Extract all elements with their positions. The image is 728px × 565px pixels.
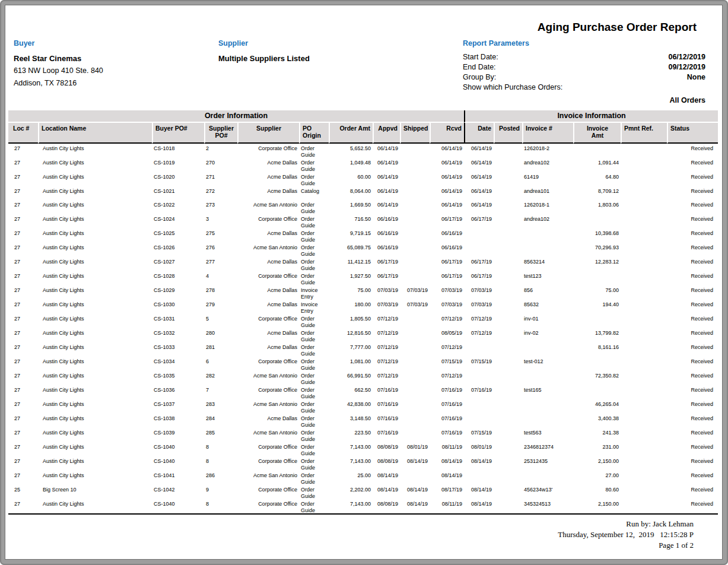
table-row: 27Austin City LightsCS-1020271Acme Dalla… bbox=[8, 172, 718, 186]
cell-supplier: Acme San Antonio bbox=[237, 200, 299, 214]
cell-posted bbox=[494, 158, 522, 172]
cell-appvd: 07/12/19 bbox=[373, 371, 400, 385]
col-header-date: Date bbox=[464, 123, 494, 144]
table-row: 27Austin City LightsCS-1026276Acme San A… bbox=[8, 243, 718, 257]
cell-invoice-amt bbox=[573, 214, 621, 228]
purchase-order-table: Order Information Invoice Information Lo… bbox=[8, 110, 718, 515]
cell-loc: 27 bbox=[8, 471, 38, 485]
cell-invoice-amt: 3,400.38 bbox=[573, 414, 621, 428]
report-footer: Run by: Jack Lehman Thursday, September … bbox=[5, 519, 722, 551]
cell-buyer-po: CS-1026 bbox=[152, 243, 204, 257]
cell-pmnt-ref bbox=[621, 499, 667, 515]
table-row: 27Austin City LightsCS-10346Corporate Of… bbox=[8, 357, 718, 371]
cell-invoice-amt: 231.00 bbox=[573, 442, 621, 456]
cell-posted bbox=[494, 328, 522, 342]
cell-date: 06/17/19 bbox=[464, 214, 494, 228]
cell-posted bbox=[494, 243, 522, 257]
cell-buyer-po: CS-1018 bbox=[152, 144, 204, 158]
cell-shipped bbox=[400, 328, 430, 342]
cell-buyer-po: CS-1029 bbox=[152, 285, 204, 300]
cell-invoice-amt: 8,161.16 bbox=[573, 342, 621, 357]
cell-buyer-po: CS-1039 bbox=[152, 428, 204, 442]
cell-order-amt: 42,838.00 bbox=[329, 399, 373, 414]
cell-appvd: 06/16/19 bbox=[373, 243, 400, 257]
cell-status: Received bbox=[667, 186, 718, 200]
cell-invoice-num: inv-02 bbox=[522, 328, 573, 342]
cell-date: 07/15/19 bbox=[464, 428, 494, 442]
param-row-group-by: Group By: None bbox=[463, 72, 705, 82]
cell-supplier: Corporate Office bbox=[237, 314, 299, 328]
cell-rcvd: 07/03/19 bbox=[430, 285, 464, 300]
cell-posted bbox=[494, 414, 522, 428]
cell-location-name: Austin City Lights bbox=[38, 414, 152, 428]
cell-status: Received bbox=[667, 172, 718, 186]
cell-po-origin: Invoice Entry bbox=[299, 285, 329, 300]
cell-invoice-num: test123 bbox=[522, 271, 573, 285]
cell-location-name: Austin City Lights bbox=[38, 271, 152, 285]
col-header-loc: Loc # bbox=[8, 123, 38, 144]
cell-posted bbox=[494, 144, 522, 158]
cell-order-amt: 9,719.15 bbox=[329, 228, 373, 243]
supplier-section: Supplier Multiple Suppliers Listed bbox=[218, 39, 463, 106]
cell-pmnt-ref bbox=[621, 414, 667, 428]
cell-rcvd: 07/12/19 bbox=[430, 371, 464, 385]
cell-rcvd: 06/17/19 bbox=[430, 214, 464, 228]
cell-po-origin: Order Guide bbox=[299, 214, 329, 228]
cell-date: 07/16/19 bbox=[464, 385, 494, 399]
param-row-start-date: Start Date: 06/12/2019 bbox=[463, 52, 705, 62]
cell-buyer-po: CS-1031 bbox=[152, 314, 204, 328]
cell-shipped bbox=[400, 214, 430, 228]
param-all-orders-value: All Orders bbox=[463, 96, 705, 106]
cell-posted bbox=[494, 456, 522, 471]
cell-date: 08/14/19 bbox=[464, 485, 494, 499]
cell-buyer-po: CS-1041 bbox=[152, 471, 204, 485]
cell-rcvd: 08/11/19 bbox=[430, 499, 464, 515]
cell-pmnt-ref bbox=[621, 371, 667, 385]
cell-rcvd: 07/16/19 bbox=[430, 385, 464, 399]
table-row: 27Austin City LightsCS-1019270Acme Dalla… bbox=[8, 158, 718, 172]
cell-shipped bbox=[400, 172, 430, 186]
cell-supplier-po: 6 bbox=[204, 357, 237, 371]
cell-po-origin: Order Guide bbox=[299, 371, 329, 385]
cell-pmnt-ref bbox=[621, 357, 667, 371]
cell-rcvd: 07/03/19 bbox=[430, 300, 464, 314]
table-row: 27Austin City LightsCS-1025275Acme Dalla… bbox=[8, 228, 718, 243]
cell-rcvd: 07/12/19 bbox=[430, 342, 464, 357]
cell-appvd: 07/12/19 bbox=[373, 342, 400, 357]
cell-rcvd: 06/14/19 bbox=[430, 172, 464, 186]
cell-po-origin: Catalog bbox=[299, 186, 329, 200]
cell-supplier: Acme San Antonio bbox=[237, 243, 299, 257]
cell-buyer-po: CS-1033 bbox=[152, 342, 204, 357]
cell-pmnt-ref bbox=[621, 442, 667, 456]
cell-order-amt: 8,064.00 bbox=[329, 186, 373, 200]
cell-invoice-amt: 1,091.44 bbox=[573, 158, 621, 172]
cell-buyer-po: CS-1020 bbox=[152, 172, 204, 186]
cell-invoice-amt: 2,150.00 bbox=[573, 499, 621, 515]
col-header-posted: Posted bbox=[494, 123, 522, 144]
cell-supplier: Acme Dallas bbox=[237, 285, 299, 300]
cell-pmnt-ref bbox=[621, 172, 667, 186]
cell-appvd: 07/12/19 bbox=[373, 314, 400, 328]
footer-datetime: Thursday, September 12, 2019 12:15:28 P bbox=[5, 529, 694, 540]
cell-shipped bbox=[400, 471, 430, 485]
cell-buyer-po: CS-1028 bbox=[152, 271, 204, 285]
cell-supplier-po: 277 bbox=[204, 257, 237, 271]
table-row: 27Austin City LightsCS-10367Corporate Of… bbox=[8, 385, 718, 399]
cell-buyer-po: CS-1022 bbox=[152, 200, 204, 214]
param-row-end-date: End Date: 09/12/2019 bbox=[463, 62, 705, 72]
cell-order-amt: 12,816.50 bbox=[329, 328, 373, 342]
cell-status: Received bbox=[667, 399, 718, 414]
cell-invoice-amt: 64.80 bbox=[573, 172, 621, 186]
cell-pmnt-ref bbox=[621, 271, 667, 285]
cell-pmnt-ref bbox=[621, 257, 667, 271]
cell-appvd: 08/08/19 bbox=[373, 456, 400, 471]
cell-date: 06/14/19 bbox=[464, 144, 494, 158]
cell-order-amt: 25.00 bbox=[329, 471, 373, 485]
cell-pmnt-ref bbox=[621, 385, 667, 399]
cell-supplier: Acme Dallas bbox=[237, 257, 299, 271]
param-row-show-which: Show which Purchase Orders: bbox=[463, 82, 705, 93]
cell-po-origin: Order Guide bbox=[299, 228, 329, 243]
cell-rcvd: 08/11/19 bbox=[430, 442, 464, 456]
cell-status: Received bbox=[667, 371, 718, 385]
cell-appvd: 06/17/19 bbox=[373, 271, 400, 285]
